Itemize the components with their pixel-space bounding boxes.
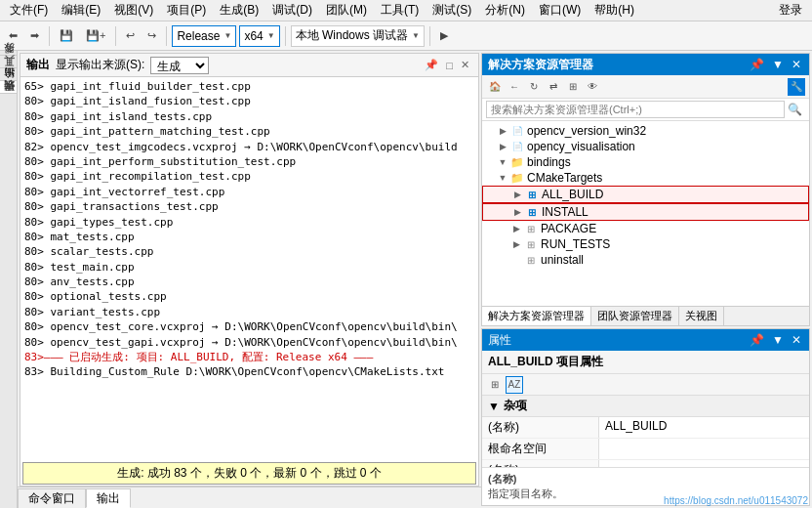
right-panel: 解决方案资源管理器 📌 ▼ ✕ 🏠 ← ↻ ⇄ ⊞ 👁 🔧 🔍: [481, 51, 812, 508]
tree-item-run-tests[interactable]: ▶ ⊞ RUN_TESTS: [482, 236, 809, 252]
menu-test[interactable]: 测试(S): [426, 0, 477, 21]
output-line: 80> anv_tests.cpp: [24, 275, 474, 289]
tree-item-opencv-vis[interactable]: ▶ 📄 opency_visualisation: [482, 139, 809, 154]
prop-row-name: (名称) ALL_BUILD: [482, 417, 809, 439]
toolbar-run-btn[interactable]: ▶: [435, 25, 453, 47]
arch-label: x64: [244, 29, 263, 43]
output-source-select[interactable]: 生成: [150, 57, 209, 74]
output-line: 80> gapi_int_recompilation_test.cpp: [24, 169, 474, 184]
exp-tab-solution[interactable]: 解决方案资源管理器: [482, 307, 591, 325]
tree-arrow: ▼: [496, 173, 509, 183]
prop-pin-icon[interactable]: 📌: [748, 333, 766, 347]
menu-file[interactable]: 文件(F): [4, 0, 54, 21]
toolbar-saveall-btn[interactable]: 💾+: [81, 25, 110, 47]
menu-edit[interactable]: 编辑(E): [56, 0, 106, 21]
tree-item-package[interactable]: ▶ ⊞ PACKAGE: [482, 221, 809, 236]
menu-tools[interactable]: 工具(T): [375, 0, 425, 21]
release-dropdown[interactable]: Release ▼: [172, 25, 236, 47]
explorer-search-input[interactable]: [486, 101, 785, 118]
prop-titlebar: 属性 📌 ▼ ✕: [482, 329, 809, 351]
prop-desc-label: (名称): [488, 472, 803, 487]
category-label: 杂项: [504, 398, 527, 414]
toolbar-redo-btn[interactable]: ↪: [142, 25, 161, 47]
output-line: 80> gapi_int_vectorref_test.cpp: [24, 185, 474, 199]
bottom-tabs: 命令窗口 输出: [18, 487, 481, 508]
menu-window[interactable]: 窗口(W): [533, 0, 587, 21]
output-pin-btn[interactable]: 📌: [422, 59, 441, 71]
explorer-pin-icon[interactable]: 📌: [748, 58, 766, 71]
left-tab-1[interactable]: 服务: [0, 55, 17, 67]
prop-name-2: 根命名空间: [482, 439, 599, 459]
left-tabs: 服务 工具 输出 错误列表: [0, 51, 18, 508]
explorer-back-btn[interactable]: ←: [506, 78, 523, 96]
output-line: 80> mat_tests.cpp: [24, 230, 474, 244]
tree-item-install[interactable]: ▶ ⊞ INSTALL: [482, 203, 809, 221]
prop-alpha-btn[interactable]: AZ: [506, 376, 523, 394]
tree-item-cmake-targets[interactable]: ▼ 📁 CMakeTargets: [482, 170, 809, 186]
explorer-titlebar-controls: 📌 ▼ ✕: [748, 58, 803, 71]
explorer-search-btn[interactable]: 🔍: [785, 103, 805, 116]
explorer-arrow-icon[interactable]: ▼: [770, 58, 786, 71]
output-line: 80> gapi_int_island_fusion_test.cpp: [24, 94, 474, 108]
output-maximize-btn[interactable]: □: [443, 59, 456, 71]
toolbar-forward-btn[interactable]: ➡: [25, 25, 44, 47]
prop-close-icon[interactable]: ✕: [790, 333, 803, 347]
menu-team[interactable]: 团队(M): [320, 0, 373, 21]
explorer-showall-btn[interactable]: 👁: [584, 78, 601, 96]
target-icon: ⊞: [523, 237, 539, 251]
output-line: 80> gapi_int_perform_substitution_test.c…: [24, 154, 474, 169]
prop-cat-btn[interactable]: ⊞: [486, 376, 504, 394]
exp-tab-team[interactable]: 团队资源管理器: [591, 307, 679, 325]
exp-tab-class[interactable]: 关视图: [679, 307, 724, 325]
output-line: 80> gapi_int_island_tests.cpp: [24, 109, 474, 124]
tree-label: PACKAGE: [541, 222, 596, 235]
output-line: 65> gapi_int_fluid_builder_test.cpp: [24, 79, 474, 94]
prop-name-1: (名称): [482, 417, 599, 438]
tree-item-bindings[interactable]: ▼ 📁 bindings: [482, 154, 809, 170]
tree-arrow: ▶: [510, 207, 524, 217]
debugger-dropdown[interactable]: 本地 Windows 调试器 ▼: [291, 25, 425, 47]
menu-debug[interactable]: 调试(D): [266, 0, 318, 21]
explorer-search-bar: 🔍: [482, 99, 809, 121]
prop-header: ALL_BUILD 项目属性: [482, 351, 809, 374]
explorer-toolbar: 🏠 ← ↻ ⇄ ⊞ 👁 🔧: [482, 75, 809, 99]
arch-dropdown[interactable]: x64 ▼: [239, 25, 279, 47]
left-tab-2[interactable]: 工具: [0, 67, 17, 80]
left-tab-4[interactable]: 错误列表: [0, 93, 17, 106]
explorer-tree: ▶ 📄 opencv_version_win32 ▶ 📄 opency_visu…: [482, 121, 809, 306]
output-source-label: 显示输出来源(S):: [56, 57, 144, 73]
tree-label: ALL_BUILD: [542, 188, 603, 201]
prop-titlebar-controls: 📌 ▼ ✕: [748, 333, 803, 347]
explorer-sync-btn[interactable]: ⇄: [545, 78, 562, 96]
explorer-tool-btn[interactable]: 🔧: [788, 78, 805, 96]
explorer-props-btn[interactable]: ⊞: [564, 78, 582, 96]
menu-analyze[interactable]: 分析(N): [479, 0, 531, 21]
output-header: 输出 显示输出来源(S): 生成 📌 □ ✕: [20, 54, 478, 77]
tree-item-opencv-version[interactable]: ▶ 📄 opencv_version_win32: [482, 123, 809, 139]
menu-help[interactable]: 帮助(H): [589, 0, 640, 21]
prop-arrow-icon[interactable]: ▼: [770, 333, 786, 347]
tab-command-window[interactable]: 命令窗口: [18, 488, 86, 508]
toolbar-back-btn[interactable]: ⬅: [4, 25, 22, 47]
toolbar-undo-btn[interactable]: ↩: [121, 25, 140, 47]
menu-project[interactable]: 项目(P): [161, 0, 212, 21]
tree-item-uninstall[interactable]: ⊞ uninstall: [482, 252, 809, 268]
explorer-close-icon[interactable]: ✕: [790, 58, 803, 71]
tab-output[interactable]: 输出: [86, 488, 131, 508]
prop-name-3: (名称): [482, 460, 599, 467]
output-close-btn[interactable]: ✕: [458, 59, 472, 71]
output-content[interactable]: 65> gapi_int_fluid_builder_test.cpp 80> …: [20, 77, 478, 461]
release-label: Release: [177, 29, 220, 43]
explorer-home-btn[interactable]: 🏠: [486, 78, 504, 96]
menu-build[interactable]: 生成(B): [214, 0, 264, 21]
explorer-refresh-btn[interactable]: ↻: [525, 78, 543, 96]
output-line: 80> opencv_test_core.vcxproj → D:\WORK\O…: [24, 319, 474, 334]
prop-toolbar: ⊞ AZ: [482, 374, 809, 396]
left-tab-3[interactable]: 输出: [0, 80, 17, 93]
prop-value-3: [599, 460, 809, 467]
menu-view[interactable]: 视图(V): [108, 0, 159, 21]
login-button[interactable]: 登录: [773, 0, 808, 21]
toolbar-sep3: [166, 26, 167, 46]
tree-item-all-build[interactable]: ▶ ⊞ ALL_BUILD: [482, 186, 809, 203]
toolbar-save-btn[interactable]: 💾: [55, 25, 78, 47]
